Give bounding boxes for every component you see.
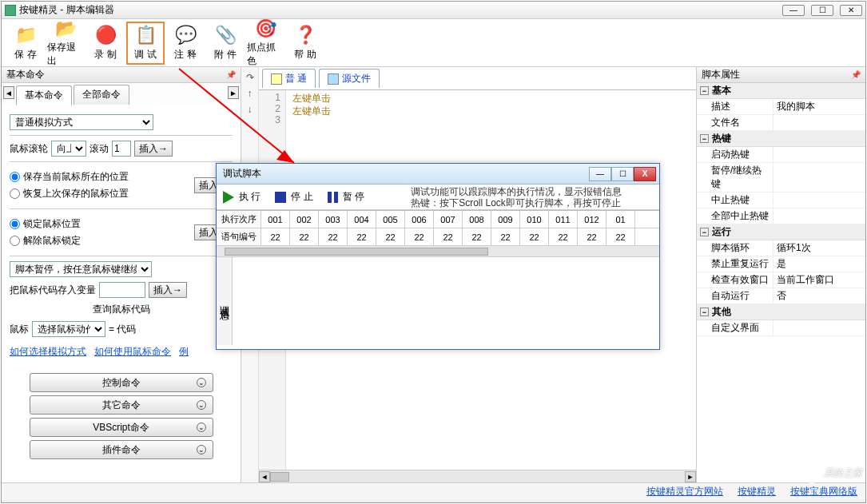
debug-min-button[interactable]: — bbox=[589, 167, 611, 181]
scroll-thumb[interactable] bbox=[270, 472, 289, 482]
scroll-dir-select[interactable]: 向上 bbox=[51, 141, 86, 157]
prop-row[interactable]: 自动运行否 bbox=[697, 288, 865, 304]
editor-hscroll[interactable]: ◄ ► bbox=[259, 470, 696, 482]
mouse-action-select[interactable]: 选择鼠标动作 bbox=[32, 321, 105, 337]
prop-value[interactable]: 循环1次 bbox=[774, 240, 865, 256]
capture-button[interactable]: 🎯抓点抓色 bbox=[246, 22, 284, 65]
radio-lock[interactable] bbox=[10, 219, 20, 229]
prop-value[interactable] bbox=[774, 163, 865, 192]
link-mouse-cmd[interactable]: 如何使用鼠标命令 bbox=[94, 345, 171, 359]
category-button-1[interactable]: 其它命令⌄ bbox=[30, 395, 213, 415]
scroll-left-icon[interactable]: ◄ bbox=[259, 471, 270, 482]
attach-button[interactable]: 📎附 件 bbox=[206, 22, 245, 65]
collapse-icon[interactable]: − bbox=[700, 308, 709, 316]
insert-scroll-button[interactable]: 插入→ bbox=[134, 141, 173, 157]
maximize-button[interactable]: ☐ bbox=[811, 5, 833, 16]
prop-value[interactable]: 当前工作窗口 bbox=[774, 272, 865, 288]
comment-button[interactable]: 💬注 释 bbox=[166, 22, 205, 65]
prop-value[interactable] bbox=[774, 192, 865, 208]
tab-scroll-right[interactable]: ► bbox=[228, 86, 239, 99]
prop-row[interactable]: 暂停/继续热键 bbox=[697, 163, 865, 192]
insert-var-button[interactable]: 插入→ bbox=[149, 282, 187, 298]
link-example[interactable]: 例 bbox=[179, 345, 189, 359]
prop-value[interactable] bbox=[774, 147, 865, 162]
collapse-icon[interactable]: − bbox=[700, 134, 709, 143]
prop-group[interactable]: −热键 bbox=[697, 131, 865, 147]
seq-cell: 003 bbox=[319, 211, 348, 228]
record-icon: 🔴 bbox=[93, 24, 117, 46]
prop-value[interactable]: 否 bbox=[774, 288, 865, 304]
arrow-down-icon[interactable]: ↓ bbox=[248, 104, 253, 115]
collapse-icon[interactable]: − bbox=[700, 228, 709, 236]
pause-button[interactable]: 暂 停 bbox=[328, 190, 364, 204]
category-button-2[interactable]: VBScript命令⌄ bbox=[30, 418, 213, 437]
pin-icon[interactable]: 📌 bbox=[226, 70, 236, 79]
prop-value[interactable] bbox=[774, 208, 865, 224]
minimize-button[interactable]: — bbox=[782, 5, 805, 16]
prop-group[interactable]: −其他 bbox=[697, 304, 865, 320]
comment-icon: 💬 bbox=[173, 24, 197, 46]
seq-cell: 22 bbox=[348, 228, 376, 245]
scroll-right-icon[interactable]: ► bbox=[685, 471, 696, 482]
arrow-up-icon[interactable]: ↑ bbox=[248, 88, 253, 99]
tab-normal[interactable]: 普 通 bbox=[262, 69, 316, 88]
prop-group[interactable]: −基本 bbox=[697, 83, 865, 99]
tab-basic[interactable]: 基本命令 bbox=[16, 85, 72, 105]
prop-row[interactable]: 文件名 bbox=[697, 115, 865, 131]
tab-scroll-left[interactable]: ◄ bbox=[3, 86, 14, 99]
radio-restore-pos[interactable] bbox=[10, 189, 20, 199]
debug-max-button[interactable]: ☐ bbox=[611, 167, 634, 181]
help-label: 帮 助 bbox=[294, 48, 316, 62]
titlebar: 按键精灵 - 脚本编辑器 — ☐ ✕ bbox=[2, 2, 865, 19]
prop-row[interactable]: 脚本循环循环1次 bbox=[697, 240, 865, 256]
arrow-right-icon[interactable]: ↷ bbox=[246, 72, 254, 83]
seq-cell: 22 bbox=[491, 228, 520, 245]
run-button[interactable]: 执 行 bbox=[223, 190, 260, 204]
prop-key: 启动热键 bbox=[697, 147, 774, 162]
prop-value[interactable] bbox=[774, 115, 865, 130]
capture-icon: 🎯 bbox=[253, 18, 277, 39]
sim-mode-select[interactable]: 普通模拟方式 bbox=[10, 114, 153, 130]
link-sim-mode[interactable]: 如何选择模拟方式 bbox=[10, 345, 86, 359]
prop-row[interactable]: 检查有效窗口当前工作窗口 bbox=[697, 272, 865, 288]
prop-row[interactable]: 中止热键 bbox=[697, 192, 865, 208]
stop-button[interactable]: 停 止 bbox=[275, 190, 312, 204]
capture-label: 抓点抓色 bbox=[247, 41, 284, 68]
record-button[interactable]: 🔴录 制 bbox=[86, 22, 125, 65]
prop-value[interactable]: 是 bbox=[774, 256, 865, 272]
link-baodian[interactable]: 按键宝典网络版 bbox=[790, 485, 857, 498]
prop-row[interactable]: 启动热键 bbox=[697, 147, 865, 163]
radio-save-pos[interactable] bbox=[10, 172, 20, 182]
prop-group[interactable]: −运行 bbox=[697, 224, 865, 240]
link-official[interactable]: 按键精灵官方网站 bbox=[646, 485, 723, 498]
var-input[interactable] bbox=[99, 282, 145, 298]
category-button-3[interactable]: 插件命令⌄ bbox=[30, 440, 213, 459]
debug-button[interactable]: 📋调 试 bbox=[126, 22, 165, 65]
left-pane: 基本命令 📌 ◄ ► 基本命令 全部命令 普通模拟方式 鼠标滚轮 向上 滚动 bbox=[2, 67, 241, 482]
pin-icon[interactable]: 📌 bbox=[851, 70, 861, 79]
mouse-label: 鼠标 bbox=[10, 323, 29, 336]
seq-scrollbar[interactable] bbox=[217, 246, 659, 257]
close-button[interactable]: ✕ bbox=[840, 5, 862, 16]
tab-all[interactable]: 全部命令 bbox=[74, 85, 129, 105]
debug-close-button[interactable]: X bbox=[634, 167, 656, 181]
prop-value[interactable] bbox=[774, 320, 865, 335]
prop-row[interactable]: 禁止重复运行是 bbox=[697, 256, 865, 272]
scroll-count-input[interactable] bbox=[112, 141, 131, 157]
save-exit-button[interactable]: 📂保存退出 bbox=[46, 22, 85, 65]
prop-key: 全部中止热键 bbox=[697, 208, 774, 224]
prop-row[interactable]: 全部中止热键 bbox=[697, 208, 865, 224]
category-button-0[interactable]: 控制命令⌄ bbox=[30, 373, 213, 392]
tab-source[interactable]: 源文件 bbox=[319, 69, 380, 88]
prop-row[interactable]: 描述我的脚本 bbox=[697, 99, 865, 115]
prop-value[interactable]: 我的脚本 bbox=[774, 99, 865, 114]
help-button[interactable]: ❓帮 助 bbox=[286, 22, 324, 65]
pause-select[interactable]: 脚本暂停，按任意鼠标键继续 bbox=[10, 261, 152, 277]
seq-thumb[interactable] bbox=[225, 248, 488, 256]
prop-row[interactable]: 自定义界面 bbox=[697, 320, 865, 336]
save-button[interactable]: 📁保 存 bbox=[6, 22, 45, 65]
radio-unlock[interactable] bbox=[10, 236, 20, 246]
link-ajjl[interactable]: 按键精灵 bbox=[738, 485, 776, 498]
category-label: 控制命令 bbox=[102, 376, 141, 390]
collapse-icon[interactable]: − bbox=[700, 86, 709, 95]
